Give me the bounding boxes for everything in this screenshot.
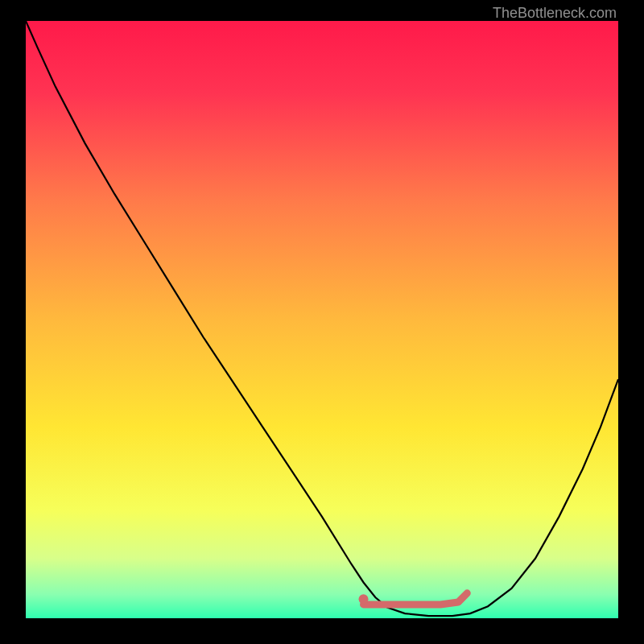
attribution-label: TheBottleneck.com xyxy=(493,5,617,22)
curve-layer xyxy=(26,21,618,618)
plot-area xyxy=(26,21,618,618)
highlight-dot xyxy=(359,594,369,604)
bottleneck-curve xyxy=(26,21,618,616)
chart-container: TheBottleneck.com xyxy=(0,0,644,644)
highlight-segment xyxy=(364,593,468,605)
